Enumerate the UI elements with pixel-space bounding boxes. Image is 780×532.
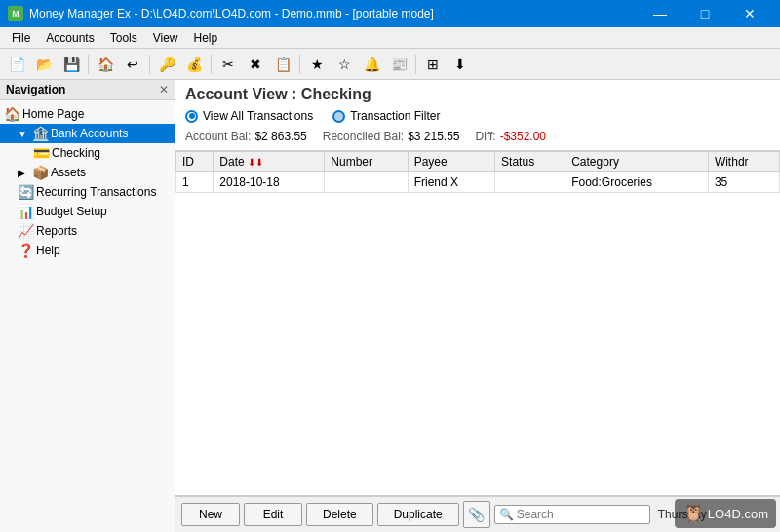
toolbar-cut[interactable]: ✂: [215, 52, 241, 77]
toolbar-star1[interactable]: ★: [304, 52, 330, 77]
reconciled-bal-value: $3 215.55: [408, 130, 459, 143]
expand-icon: ▼: [18, 129, 29, 139]
sidebar-item-label: Help: [36, 244, 60, 257]
cell-withdrawal: 35: [708, 172, 779, 193]
toolbar-home[interactable]: 🏠: [93, 52, 118, 77]
cell-date: 2018-10-18: [214, 172, 325, 193]
cell-status: [495, 172, 566, 193]
sidebar-item-bank-accounts[interactable]: ▼ 🏦 Bank Accounts: [0, 124, 175, 143]
toolbar-new[interactable]: 📄: [4, 52, 29, 77]
toolbar-save[interactable]: 💾: [58, 52, 84, 77]
table-row[interactable]: 1 2018-10-18 Friend X Food:Groceries 35: [176, 172, 780, 193]
col-payee[interactable]: Payee: [408, 152, 494, 172]
expand-icon: ▶: [18, 168, 29, 178]
menu-help[interactable]: Help: [186, 29, 226, 47]
menu-bar: File Accounts Tools View Help: [0, 27, 780, 49]
reconciled-bal: Reconciled Bal: $3 215.55: [323, 130, 460, 143]
table-header-row: ID Date ⬇⬇ Number Payee Status Category …: [176, 152, 780, 172]
minimize-button[interactable]: —: [638, 0, 682, 27]
window-controls: — □ ✕: [638, 0, 772, 27]
nav-header: Navigation ✕: [0, 80, 175, 100]
col-category[interactable]: Category: [566, 152, 709, 172]
close-button[interactable]: ✕: [727, 0, 772, 27]
search-input[interactable]: [517, 508, 645, 521]
menu-accounts[interactable]: Accounts: [38, 29, 101, 47]
sidebar-item-budget[interactable]: 📊 Budget Setup: [0, 202, 175, 221]
watermark-text: LO4D.com: [708, 507, 768, 521]
toolbar-download[interactable]: ⬇: [448, 52, 473, 77]
navigation-panel: Navigation ✕ 🏠 Home Page ▼ 🏦 Bank Accoun…: [0, 80, 176, 532]
nav-tree: 🏠 Home Page ▼ 🏦 Bank Accounts 💳 Checking…: [0, 100, 175, 532]
toolbar-paste[interactable]: 📋: [270, 52, 295, 77]
menu-view[interactable]: View: [145, 29, 186, 47]
toolbar-back[interactable]: ↩: [120, 52, 145, 77]
app-icon: M: [8, 6, 23, 21]
account-bal-value: $2 863.55: [254, 130, 306, 143]
sidebar-item-recurring[interactable]: 🔄 Recurring Transactions: [0, 182, 175, 202]
account-bal: Account Bal: $2 863.55: [185, 130, 307, 143]
toolbar-delete[interactable]: ✖: [243, 52, 268, 77]
account-bal-label: Account Bal:: [185, 130, 251, 143]
sidebar-item-home[interactable]: 🏠 Home Page: [0, 104, 175, 124]
watermark: 🦉 LO4D.com: [675, 499, 776, 528]
account-title: Account View : Checking: [185, 86, 770, 103]
recurring-icon: 🔄: [18, 184, 33, 200]
sidebar-item-label: Home Page: [22, 107, 84, 121]
sidebar-item-assets[interactable]: ▶ 📦 Assets: [0, 163, 175, 182]
col-date[interactable]: Date ⬇⬇: [214, 152, 325, 172]
menu-tools[interactable]: Tools: [102, 29, 145, 47]
sidebar-item-reports[interactable]: 📈 Reports: [0, 221, 175, 241]
reconciled-bal-label: Reconciled Bal:: [323, 130, 404, 143]
view-all-radio[interactable]: [185, 110, 198, 123]
col-number[interactable]: Number: [325, 152, 408, 172]
filter-radio-group[interactable]: Transaction Filter: [332, 109, 440, 123]
col-withdrawal[interactable]: Withdr: [708, 152, 779, 172]
diff-value: -$352.00: [500, 130, 546, 143]
edit-button[interactable]: Edit: [244, 503, 302, 526]
sidebar-item-label: Assets: [51, 166, 86, 179]
cell-number: [325, 172, 408, 193]
diff-label: Diff:: [476, 130, 496, 143]
transaction-table-container: ID Date ⬇⬇ Number Payee Status Category …: [176, 150, 780, 496]
toolbar-sep-4: [299, 55, 300, 74]
col-status[interactable]: Status: [495, 152, 566, 172]
toolbar-sep-1: [88, 55, 89, 74]
nav-close-button[interactable]: ✕: [159, 83, 169, 96]
new-button[interactable]: New: [181, 503, 240, 526]
toolbar-sep-3: [211, 55, 212, 74]
duplicate-button[interactable]: Duplicate: [377, 503, 459, 526]
toolbar-money[interactable]: 💰: [181, 52, 207, 77]
title-bar: M Money Manager Ex - D:\LO4D.com\LO4D.co…: [0, 0, 780, 27]
sidebar-item-help[interactable]: ❓ Help: [0, 241, 175, 260]
sidebar-item-label: Bank Accounts: [51, 127, 128, 140]
toolbar-sep-5: [415, 55, 416, 74]
sidebar-item-checking[interactable]: 💳 Checking: [0, 143, 175, 163]
maximize-button[interactable]: □: [682, 0, 727, 27]
attachment-button[interactable]: 📎: [463, 501, 490, 528]
delete-button[interactable]: Delete: [306, 503, 373, 526]
toolbar-star2[interactable]: ☆: [332, 52, 357, 77]
toolbar: 📄 📂 💾 🏠 ↩ 🔑 💰 ✂ ✖ 📋 ★ ☆ 🔔 📰 ⊞ ⬇: [0, 49, 780, 80]
diff-bal: Diff: -$352.00: [476, 130, 547, 143]
account-header: Account View : Checking View All Transac…: [176, 80, 780, 150]
toolbar-grid[interactable]: ⊞: [420, 52, 446, 77]
cell-id: 1: [176, 172, 214, 193]
toolbar-open[interactable]: 📂: [31, 52, 57, 77]
filter-radio[interactable]: [332, 110, 345, 123]
toolbar-notify[interactable]: 🔔: [359, 52, 384, 77]
account-controls: View All Transactions Transaction Filter: [185, 109, 770, 123]
home-icon: 🏠: [4, 106, 20, 122]
toolbar-sep-2: [149, 55, 150, 74]
window-title: Money Manager Ex - D:\LO4D.com\LO4D.com …: [29, 7, 434, 20]
search-icon: 🔍: [499, 508, 514, 521]
toolbar-key[interactable]: 🔑: [154, 52, 179, 77]
col-id[interactable]: ID: [176, 152, 214, 172]
menu-file[interactable]: File: [4, 29, 38, 47]
search-box[interactable]: 🔍: [494, 505, 650, 524]
budget-icon: 📊: [18, 204, 33, 219]
cell-payee: Friend X: [408, 172, 494, 193]
transaction-table: ID Date ⬇⬇ Number Payee Status Category …: [176, 151, 780, 193]
content-area: Account View : Checking View All Transac…: [176, 80, 780, 532]
toolbar-news[interactable]: 📰: [386, 52, 411, 77]
view-all-radio-group[interactable]: View All Transactions: [185, 109, 313, 123]
